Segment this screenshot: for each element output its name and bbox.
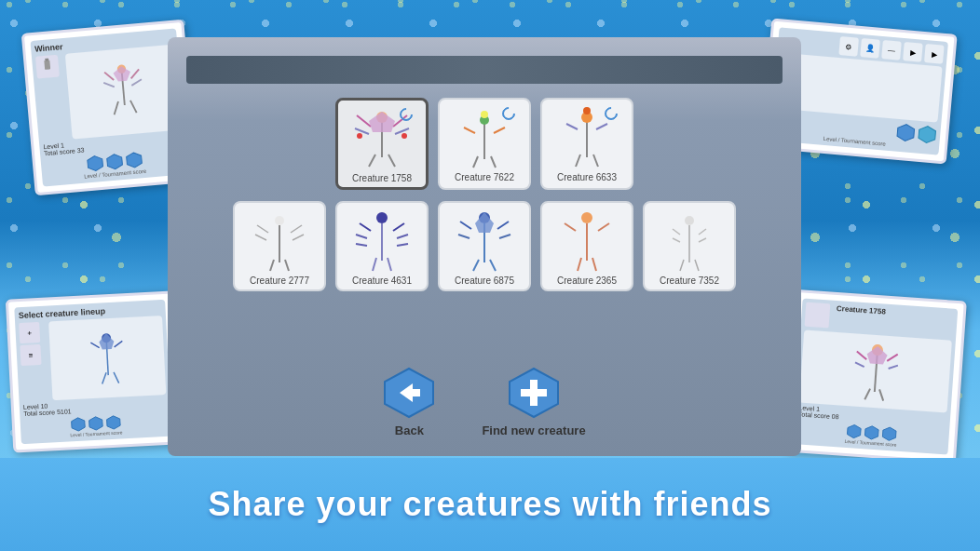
svg-line-66 bbox=[473, 260, 479, 271]
svg-line-79 bbox=[699, 238, 706, 242]
svg-line-76 bbox=[673, 229, 680, 235]
creature-card-7352[interactable]: Creature 7352 bbox=[643, 201, 736, 291]
svg-marker-93 bbox=[71, 417, 85, 431]
creature-card-6875[interactable]: Creature 6875 bbox=[438, 201, 531, 291]
svg-line-101 bbox=[854, 362, 864, 367]
creature-name-2777: Creature 2777 bbox=[250, 276, 309, 286]
svg-line-64 bbox=[458, 235, 470, 238]
svg-line-30 bbox=[464, 128, 475, 133]
svg-marker-61 bbox=[475, 212, 494, 233]
svg-line-37 bbox=[566, 124, 578, 129]
svg-line-58 bbox=[388, 258, 391, 271]
svg-line-78 bbox=[673, 238, 680, 242]
svg-point-29 bbox=[481, 111, 488, 118]
svg-marker-11 bbox=[87, 155, 102, 171]
svg-line-67 bbox=[490, 260, 496, 271]
sp-tr-btn1[interactable] bbox=[895, 123, 916, 143]
svg-line-48 bbox=[285, 260, 289, 271]
creature-card-7622[interactable]: Creature 7622 bbox=[438, 98, 531, 190]
find-new-label: Find new creature bbox=[482, 423, 585, 437]
creature-card-2365[interactable]: Creature 2365 bbox=[540, 201, 633, 291]
creature-name-2365: Creature 2365 bbox=[557, 276, 617, 286]
svg-line-72 bbox=[578, 258, 581, 271]
svg-line-90 bbox=[114, 341, 122, 346]
sp-bl-score-value: 5101 bbox=[57, 408, 72, 415]
svg-line-54 bbox=[397, 235, 408, 238]
sp-br-btn2[interactable] bbox=[864, 424, 879, 440]
sp-tl-score-value: 33 bbox=[76, 147, 84, 155]
sp-tl-btn2[interactable] bbox=[105, 153, 124, 171]
svg-line-18 bbox=[357, 115, 371, 127]
creature-card-1758[interactable]: Creature 1758 bbox=[335, 98, 429, 190]
svg-line-99 bbox=[887, 353, 898, 361]
creature-card-4631[interactable]: Creature 4631 bbox=[335, 201, 429, 291]
svg-line-45 bbox=[255, 235, 266, 240]
banner-text: Share your creatures with friends bbox=[208, 485, 771, 524]
svg-line-98 bbox=[856, 351, 867, 359]
svg-line-63 bbox=[497, 222, 509, 229]
svg-marker-12 bbox=[106, 154, 122, 169]
sp-br-btn3[interactable] bbox=[881, 426, 897, 442]
svg-rect-85 bbox=[521, 389, 547, 396]
svg-line-91 bbox=[102, 372, 107, 383]
sp-bl-title: Select creature lineup bbox=[18, 306, 105, 320]
svg-line-55 bbox=[356, 244, 367, 246]
bottom-buttons: Back Find new creature bbox=[383, 367, 585, 437]
svg-line-21 bbox=[395, 128, 409, 134]
creature-card-2777[interactable]: Creature 2777 bbox=[233, 201, 326, 291]
creature-card-6633[interactable]: Creature 6633 bbox=[540, 98, 633, 190]
sp-bl-score-label: Total score bbox=[23, 409, 55, 417]
find-new-creature-button[interactable]: Find new creature bbox=[482, 367, 585, 437]
sp-br-creature-name: Creature 1758 bbox=[837, 304, 954, 321]
svg-marker-107 bbox=[882, 427, 896, 441]
sp-bl-btn1[interactable] bbox=[71, 417, 87, 433]
svg-marker-15 bbox=[919, 126, 936, 143]
svg-marker-100 bbox=[866, 345, 888, 364]
sp-br-btn1[interactable] bbox=[846, 423, 862, 439]
svg-marker-13 bbox=[126, 152, 142, 168]
svg-line-73 bbox=[592, 258, 596, 271]
creature-name-6633: Creature 6633 bbox=[557, 172, 617, 182]
svg-line-24 bbox=[388, 155, 395, 167]
back-button[interactable]: Back bbox=[383, 367, 435, 437]
svg-line-77 bbox=[699, 229, 706, 235]
svg-line-23 bbox=[369, 155, 375, 167]
sp-tl-score-label: Total score bbox=[44, 147, 75, 156]
creature-grid: Creature 1758 Creature 7622 bbox=[186, 98, 783, 353]
svg-line-32 bbox=[473, 156, 478, 168]
sp-br-score-label: Total score bbox=[798, 410, 830, 419]
svg-line-6 bbox=[103, 81, 115, 87]
svg-line-65 bbox=[499, 235, 510, 238]
svg-point-25 bbox=[357, 133, 362, 139]
svg-line-31 bbox=[494, 128, 505, 133]
svg-line-103 bbox=[864, 388, 870, 399]
creature-name-7352: Creature 7352 bbox=[660, 276, 719, 286]
svg-marker-88 bbox=[98, 332, 114, 349]
svg-marker-94 bbox=[88, 416, 102, 430]
sp-bl-btn3[interactable] bbox=[105, 415, 121, 431]
svg-line-20 bbox=[355, 128, 369, 134]
sp-bl-btn2[interactable] bbox=[88, 416, 103, 432]
svg-line-52 bbox=[393, 223, 404, 231]
svg-line-81 bbox=[695, 260, 699, 271]
back-label: Back bbox=[395, 423, 424, 437]
sp-tr-icon4: ▶ bbox=[903, 42, 923, 62]
sp-tr-btn2[interactable] bbox=[917, 125, 937, 145]
svg-line-92 bbox=[114, 371, 119, 383]
sp-tl-btn3[interactable] bbox=[125, 151, 143, 169]
svg-line-4 bbox=[104, 71, 114, 80]
svg-line-33 bbox=[491, 156, 496, 168]
svg-line-80 bbox=[680, 260, 684, 271]
sp-tr-icon1: ⚙ bbox=[838, 36, 859, 57]
side-panel-bottom-right: Creature 1758 Level 1 Total score 08 bbox=[783, 289, 967, 464]
sp-tl-title: Winner bbox=[34, 42, 63, 54]
svg-line-56 bbox=[397, 244, 408, 246]
svg-point-26 bbox=[402, 133, 407, 139]
svg-marker-105 bbox=[847, 424, 861, 438]
sp-br-score-value: 08 bbox=[831, 413, 838, 421]
svg-line-38 bbox=[596, 124, 607, 129]
sp-tl-btn1[interactable] bbox=[86, 155, 104, 173]
svg-line-39 bbox=[576, 155, 580, 167]
creature-name-1758: Creature 1758 bbox=[352, 173, 412, 183]
svg-line-40 bbox=[593, 155, 598, 167]
